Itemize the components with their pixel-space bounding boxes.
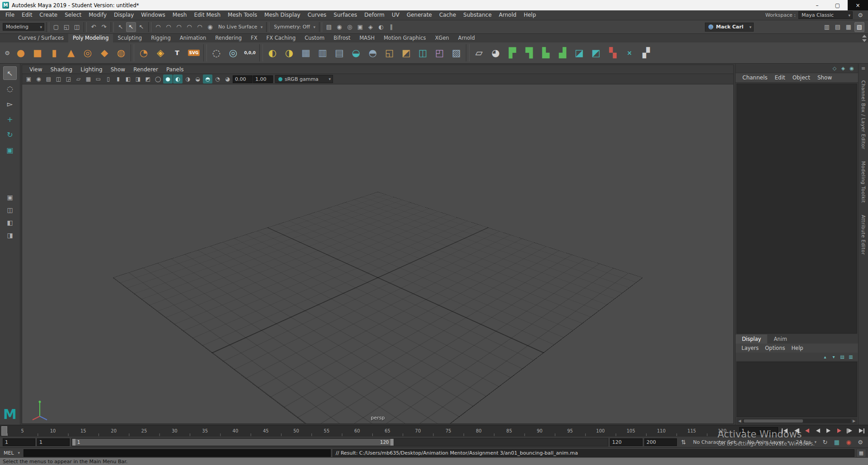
live-surface-select[interactable]: No Live Surface	[216, 24, 264, 30]
channel-box-menu-item[interactable]: Show	[814, 74, 835, 81]
sidebar-tab[interactable]: Channel Box / Layer Editor	[861, 80, 866, 149]
menu-item[interactable]: Generate	[403, 10, 436, 20]
shelf-tab[interactable]: Custom	[300, 34, 329, 42]
sculpt-tool-icon[interactable]: ◕	[488, 44, 504, 61]
channel-box-menu-item[interactable]: Edit	[772, 74, 788, 81]
current-frame-field[interactable]	[739, 427, 778, 435]
open-scene-icon[interactable]: ◱	[61, 22, 71, 32]
menu-item[interactable]: Select	[61, 10, 85, 20]
layout-persp-outliner-button[interactable]: ◧	[3, 217, 17, 228]
save-scene-icon[interactable]: ◫	[72, 22, 82, 32]
wireframe-mode-icon[interactable]: ◯	[153, 74, 163, 84]
group-separator[interactable]	[46, 22, 49, 32]
shelf-scroll-up-icon[interactable]	[862, 35, 867, 37]
command-input[interactable]	[23, 449, 331, 457]
layer-editor-tab[interactable]: Display	[736, 335, 767, 344]
panel-menu-item[interactable]: Lighting	[77, 66, 106, 73]
append-polygon-icon[interactable]: ▱	[471, 44, 487, 61]
scroll-track[interactable]	[743, 419, 851, 423]
relax-brush-icon[interactable]: ▙	[538, 44, 554, 61]
select-by-hierarchy-icon[interactable]: ↖	[116, 22, 126, 32]
make-live-icon[interactable]: ▜	[521, 44, 537, 61]
shelf-tab[interactable]: Bifrost	[329, 34, 355, 42]
layout-single-pane-button[interactable]: ▣	[3, 192, 17, 203]
menu-item[interactable]: File	[2, 10, 18, 20]
move-layer-up-icon[interactable]: ▴	[821, 353, 829, 360]
scale-tool[interactable]: ▣	[3, 143, 17, 157]
textured-mode-icon[interactable]: ◐	[173, 74, 183, 84]
mirror-geometry-icon[interactable]: ◓	[365, 44, 381, 61]
pinch-brush-icon[interactable]: ◩	[588, 44, 604, 61]
character-set-select[interactable]: No Character Set	[690, 439, 743, 445]
boolean-union-icon[interactable]: ▦	[298, 44, 314, 61]
panel-menu-item[interactable]: Shading	[47, 66, 76, 73]
snap-to-grid-icon[interactable]: ◠	[153, 22, 163, 32]
type-tool-icon[interactable]: T	[169, 44, 185, 61]
group-separator[interactable]	[266, 22, 269, 32]
group-separator[interactable]	[148, 22, 151, 32]
separator[interactable]	[131, 44, 134, 61]
isolate-select-icon[interactable]: ◕	[223, 74, 232, 84]
poly-plane-icon[interactable]: ◆	[96, 44, 113, 61]
layer-editor-tab[interactable]: Anim	[767, 335, 793, 344]
sidebar-tab[interactable]: Modeling Toolkit	[861, 161, 866, 203]
menu-item[interactable]: Deform	[361, 10, 388, 20]
group-separator[interactable]	[84, 22, 87, 32]
shelf-tab[interactable]: Rendering	[211, 34, 246, 42]
step-forward-frame-button[interactable]	[845, 426, 855, 436]
menu-item[interactable]: Mesh Tools	[224, 10, 261, 20]
symmetrize-icon[interactable]: ×	[621, 44, 638, 61]
move-tool[interactable]: +	[3, 112, 17, 126]
snap-align-icon[interactable]: ◎	[225, 44, 241, 61]
poly-pipe-icon[interactable]: ◍	[113, 44, 129, 61]
shelf-tab[interactable]: FX	[246, 34, 262, 42]
menu-item[interactable]: Edit Mesh	[190, 10, 224, 20]
sidebar-tab[interactable]: Attribute Editor	[861, 215, 866, 255]
scroll-thumb[interactable]	[744, 419, 803, 423]
light-editor-icon[interactable]: ◐	[376, 22, 386, 32]
channel-box-menu-item[interactable]: Channels	[739, 74, 771, 81]
combine-icon[interactable]: ◐	[264, 44, 281, 61]
redo-icon[interactable]: ↷	[99, 22, 109, 32]
lasso-select-tool[interactable]: ◌	[3, 82, 17, 95]
restore-button[interactable]: ▢	[827, 0, 848, 10]
pin-channel-box-icon[interactable]: ◇	[831, 65, 838, 72]
animation-start-field[interactable]	[3, 438, 35, 446]
current-time-marker[interactable]	[1, 426, 7, 436]
menu-item[interactable]: UV	[388, 10, 403, 20]
minimize-button[interactable]: –	[807, 0, 827, 10]
quad-draw-icon[interactable]: ▛	[504, 44, 521, 61]
layout-hypershade-persp-button[interactable]: ◨	[3, 230, 17, 241]
multi-component-icon[interactable]: ▚	[605, 44, 621, 61]
menu-item[interactable]: Arnold	[495, 10, 520, 20]
shelf-tab[interactable]: FX Caching	[262, 34, 300, 42]
new-scene-icon[interactable]: ▢	[51, 22, 61, 32]
snap-to-projected-center-icon[interactable]: ◠	[184, 22, 194, 32]
menu-item[interactable]: Create	[36, 10, 61, 20]
command-result[interactable]: // Result: C:/Users/mb635/Desktop/Animat…	[333, 449, 854, 457]
rotate-tool[interactable]: ↻	[3, 128, 17, 141]
hypershade-icon[interactable]: ◈	[366, 22, 375, 32]
knife-icon[interactable]: ▞	[638, 44, 654, 61]
range-options-icon[interactable]: ⇅	[679, 437, 689, 447]
playback-loop-icon[interactable]: ↻	[820, 437, 830, 447]
step-back-frame-button[interactable]	[791, 426, 801, 436]
poly-helix-icon[interactable]: ◔	[136, 44, 152, 61]
menu-item[interactable]: Modify	[85, 10, 110, 20]
new-empty-layer-icon[interactable]: ▤	[839, 353, 846, 360]
create-polygon-tool-icon[interactable]: ◈	[152, 44, 169, 61]
menu-item[interactable]: Display	[110, 10, 137, 20]
select-by-object-icon[interactable]: ↖	[126, 22, 136, 32]
channel-box-settings-icon[interactable]: ◉	[848, 65, 855, 72]
select-by-component-icon[interactable]: ↖	[136, 22, 146, 32]
svg-tool-icon[interactable]: SVG	[186, 44, 202, 61]
safe-action-icon[interactable]: ◨	[133, 74, 143, 84]
exposure-field[interactable]	[233, 75, 253, 83]
multi-cut-icon[interactable]: ▨	[448, 44, 464, 61]
playback-range-bar[interactable]: 1 120	[72, 439, 394, 446]
shelf-tab[interactable]: Rigging	[146, 34, 175, 42]
shelf-tab[interactable]: Arnold	[454, 34, 479, 42]
snap-to-view-plane-icon[interactable]: ◠	[195, 22, 205, 32]
poly-cone-icon[interactable]: ▲	[63, 44, 79, 61]
layer-list[interactable]	[737, 362, 857, 417]
